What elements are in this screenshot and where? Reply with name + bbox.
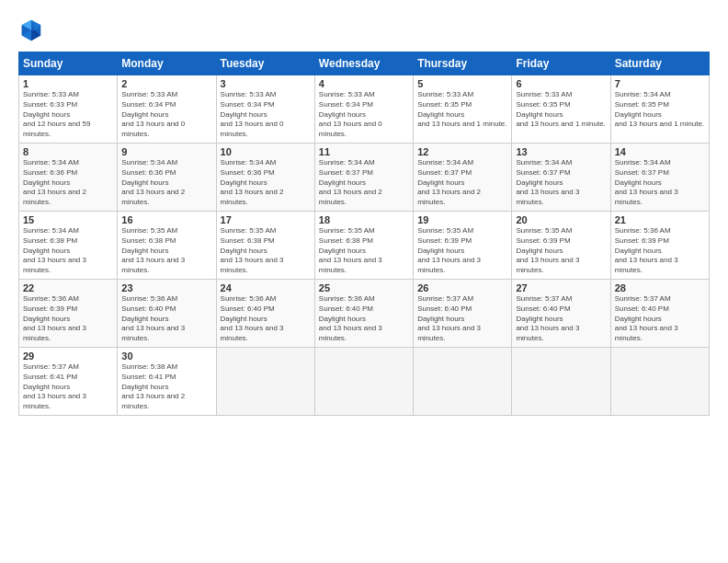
day-cell: 4Sunrise: 5:33 AMSunset: 6:34 PMDaylight… [314, 75, 413, 144]
day-detail: Sunrise: 5:36 AMSunset: 6:39 PMDaylight … [615, 226, 705, 276]
day-number: 6 [516, 78, 606, 89]
day-number: 9 [121, 146, 211, 157]
day-detail: Sunrise: 5:36 AMSunset: 6:40 PMDaylight … [221, 294, 311, 344]
day-cell: 15Sunrise: 5:34 AMSunset: 6:38 PMDayligh… [19, 212, 118, 280]
col-header-sunday: Sunday [19, 52, 118, 75]
page: SundayMondayTuesdayWednesdayThursdayFrid… [0, 0, 728, 563]
day-number: 25 [319, 282, 409, 293]
col-header-saturday: Saturday [610, 52, 709, 75]
day-number: 11 [319, 146, 409, 157]
day-number: 24 [221, 282, 311, 293]
day-detail: Sunrise: 5:34 AMSunset: 6:38 PMDaylight … [23, 226, 113, 276]
day-detail: Sunrise: 5:36 AMSunset: 6:40 PMDaylight … [121, 294, 211, 344]
day-cell: 29Sunrise: 5:37 AMSunset: 6:41 PMDayligh… [19, 348, 118, 416]
day-detail: Sunrise: 5:34 AMSunset: 6:35 PMDaylight … [615, 90, 705, 130]
col-header-thursday: Thursday [414, 52, 512, 75]
day-number: 8 [23, 146, 113, 157]
day-cell: 28Sunrise: 5:37 AMSunset: 6:40 PMDayligh… [610, 280, 709, 348]
day-detail: Sunrise: 5:33 AMSunset: 6:34 PMDaylight … [319, 90, 409, 140]
day-number: 17 [221, 214, 311, 225]
day-number: 7 [615, 78, 705, 89]
day-number: 18 [319, 214, 409, 225]
week-row-5: 29Sunrise: 5:37 AMSunset: 6:41 PMDayligh… [19, 348, 710, 416]
day-detail: Sunrise: 5:35 AMSunset: 6:38 PMDaylight … [121, 226, 211, 276]
day-detail: Sunrise: 5:36 AMSunset: 6:39 PMDaylight … [23, 294, 113, 344]
day-detail: Sunrise: 5:33 AMSunset: 6:35 PMDaylight … [516, 90, 606, 130]
day-detail: Sunrise: 5:33 AMSunset: 6:34 PMDaylight … [121, 90, 211, 140]
day-cell: 6Sunrise: 5:33 AMSunset: 6:35 PMDaylight… [512, 75, 610, 144]
day-number: 23 [121, 282, 211, 293]
day-cell: 18Sunrise: 5:35 AMSunset: 6:38 PMDayligh… [314, 212, 413, 280]
day-detail: Sunrise: 5:34 AMSunset: 6:36 PMDaylight … [23, 158, 113, 208]
day-detail: Sunrise: 5:34 AMSunset: 6:37 PMDaylight … [516, 158, 606, 208]
day-detail: Sunrise: 5:37 AMSunset: 6:40 PMDaylight … [516, 294, 606, 344]
day-cell: 21Sunrise: 5:36 AMSunset: 6:39 PMDayligh… [610, 212, 709, 280]
day-cell: 10Sunrise: 5:34 AMSunset: 6:36 PMDayligh… [216, 144, 314, 212]
day-cell: 7Sunrise: 5:34 AMSunset: 6:35 PMDaylight… [610, 75, 709, 144]
day-cell: 3Sunrise: 5:33 AMSunset: 6:34 PMDaylight… [216, 75, 314, 144]
day-number: 4 [319, 78, 409, 89]
col-header-wednesday: Wednesday [314, 52, 413, 75]
day-number: 10 [221, 146, 311, 157]
day-cell [610, 348, 709, 416]
day-detail: Sunrise: 5:35 AMSunset: 6:39 PMDaylight … [516, 226, 606, 276]
day-detail: Sunrise: 5:33 AMSunset: 6:35 PMDaylight … [417, 90, 507, 130]
day-cell: 26Sunrise: 5:37 AMSunset: 6:40 PMDayligh… [414, 280, 512, 348]
day-number: 22 [23, 282, 113, 293]
day-cell [314, 348, 413, 416]
day-number: 30 [121, 350, 211, 362]
day-cell: 16Sunrise: 5:35 AMSunset: 6:38 PMDayligh… [118, 212, 216, 280]
day-cell [414, 348, 512, 416]
day-cell [216, 348, 314, 416]
header-row: SundayMondayTuesdayWednesdayThursdayFrid… [19, 52, 710, 75]
day-detail: Sunrise: 5:37 AMSunset: 6:40 PMDaylight … [417, 294, 507, 344]
day-cell: 12Sunrise: 5:34 AMSunset: 6:37 PMDayligh… [414, 144, 512, 212]
day-number: 21 [615, 214, 705, 225]
day-cell: 30Sunrise: 5:38 AMSunset: 6:41 PMDayligh… [118, 348, 216, 416]
week-row-2: 8Sunrise: 5:34 AMSunset: 6:36 PMDaylight… [19, 144, 710, 212]
col-header-friday: Friday [512, 52, 610, 75]
day-number: 29 [23, 350, 113, 362]
day-number: 1 [23, 78, 113, 89]
day-detail: Sunrise: 5:34 AMSunset: 6:37 PMDaylight … [417, 158, 507, 208]
calendar-table: SundayMondayTuesdayWednesdayThursdayFrid… [18, 52, 710, 416]
col-header-tuesday: Tuesday [216, 52, 314, 75]
day-number: 13 [516, 146, 606, 157]
day-number: 14 [615, 146, 705, 157]
day-detail: Sunrise: 5:37 AMSunset: 6:40 PMDaylight … [615, 294, 705, 344]
col-header-monday: Monday [118, 52, 216, 75]
day-number: 20 [516, 214, 606, 225]
day-detail: Sunrise: 5:34 AMSunset: 6:37 PMDaylight … [615, 158, 705, 208]
day-cell: 20Sunrise: 5:35 AMSunset: 6:39 PMDayligh… [512, 212, 610, 280]
header [18, 17, 710, 42]
day-number: 19 [417, 214, 507, 225]
day-detail: Sunrise: 5:34 AMSunset: 6:36 PMDaylight … [121, 158, 211, 208]
day-detail: Sunrise: 5:34 AMSunset: 6:37 PMDaylight … [319, 158, 409, 208]
day-detail: Sunrise: 5:37 AMSunset: 6:41 PMDaylight … [23, 362, 113, 412]
day-cell: 8Sunrise: 5:34 AMSunset: 6:36 PMDaylight… [19, 144, 118, 212]
day-number: 5 [417, 78, 507, 89]
day-cell: 23Sunrise: 5:36 AMSunset: 6:40 PMDayligh… [118, 280, 216, 348]
day-cell: 5Sunrise: 5:33 AMSunset: 6:35 PMDaylight… [414, 75, 512, 144]
day-number: 26 [417, 282, 507, 293]
week-row-1: 1Sunrise: 5:33 AMSunset: 6:33 PMDaylight… [19, 75, 710, 144]
logo-icon [18, 17, 44, 42]
day-number: 27 [516, 282, 606, 293]
day-detail: Sunrise: 5:35 AMSunset: 6:39 PMDaylight … [417, 226, 507, 276]
day-number: 3 [221, 78, 311, 89]
day-number: 15 [23, 214, 113, 225]
day-detail: Sunrise: 5:33 AMSunset: 6:33 PMDaylight … [23, 90, 113, 140]
day-cell: 19Sunrise: 5:35 AMSunset: 6:39 PMDayligh… [414, 212, 512, 280]
day-cell: 25Sunrise: 5:36 AMSunset: 6:40 PMDayligh… [314, 280, 413, 348]
day-cell [512, 348, 610, 416]
day-detail: Sunrise: 5:35 AMSunset: 6:38 PMDaylight … [221, 226, 311, 276]
day-cell: 27Sunrise: 5:37 AMSunset: 6:40 PMDayligh… [512, 280, 610, 348]
day-cell: 1Sunrise: 5:33 AMSunset: 6:33 PMDaylight… [19, 75, 118, 144]
day-detail: Sunrise: 5:34 AMSunset: 6:36 PMDaylight … [221, 158, 311, 208]
day-cell: 17Sunrise: 5:35 AMSunset: 6:38 PMDayligh… [216, 212, 314, 280]
day-detail: Sunrise: 5:33 AMSunset: 6:34 PMDaylight … [221, 90, 311, 140]
week-row-4: 22Sunrise: 5:36 AMSunset: 6:39 PMDayligh… [19, 280, 710, 348]
day-number: 28 [615, 282, 705, 293]
day-cell: 22Sunrise: 5:36 AMSunset: 6:39 PMDayligh… [19, 280, 118, 348]
day-cell: 13Sunrise: 5:34 AMSunset: 6:37 PMDayligh… [512, 144, 610, 212]
